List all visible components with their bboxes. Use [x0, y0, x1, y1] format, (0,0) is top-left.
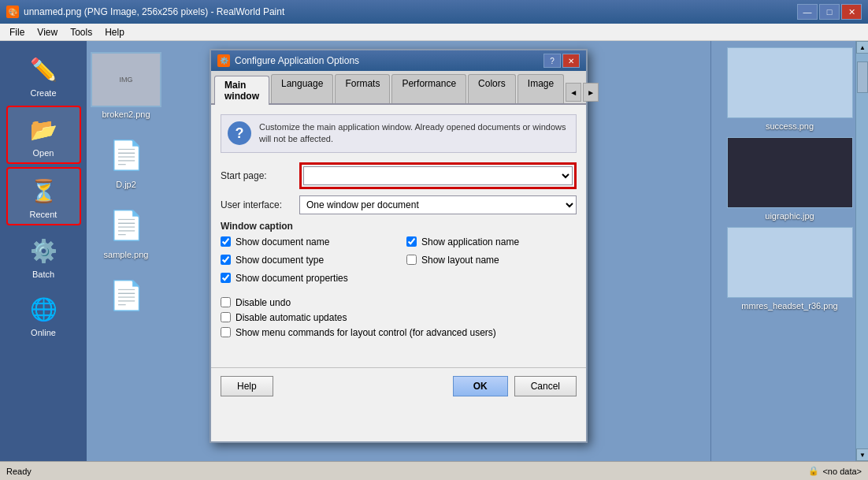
- dialog-title: Configure Application Options: [235, 55, 543, 66]
- checkbox-show-layout-name-label: Show layout name: [421, 255, 499, 266]
- menu-view[interactable]: View: [31, 25, 64, 39]
- scroll-up-button[interactable]: ▲: [856, 41, 868, 54]
- scroll-thumb[interactable]: [857, 61, 868, 93]
- sidebar-item-open[interactable]: 📂 Open: [6, 106, 81, 164]
- user-interface-row: User interface: One window per document: [221, 195, 577, 214]
- info-icon: ?: [228, 121, 251, 145]
- dialog-content: ? Customize the main application window.…: [211, 105, 586, 352]
- tab-main-window[interactable]: Main window: [214, 76, 269, 105]
- scrollbar: ▲ ▼: [855, 41, 868, 461]
- tab-performance[interactable]: Performance: [391, 74, 466, 103]
- checkbox-show-doc-type: Show document type: [221, 255, 391, 266]
- maximize-button[interactable]: □: [819, 4, 840, 20]
- checkbox-show-doc-name-input[interactable]: [221, 236, 231, 247]
- options-section: Disable undo Disable automatic updates S…: [221, 297, 577, 338]
- status-bar: Ready 🔒 <no data>: [0, 461, 868, 480]
- menu-help[interactable]: Help: [98, 25, 131, 39]
- tab-colors[interactable]: Colors: [468, 74, 516, 103]
- list-item[interactable]: mmres_headset_r36.png: [718, 227, 862, 311]
- tab-nav-prev[interactable]: ◄: [566, 83, 581, 102]
- checkbox-show-doc-name: Show document name: [221, 236, 391, 247]
- checkbox-show-doc-name-label: Show document name: [236, 236, 329, 247]
- dialog-title-bar: ⚙️ Configure Application Options ? ✕: [211, 50, 586, 71]
- minimize-button[interactable]: —: [797, 4, 818, 20]
- window-title: unnamed.png (PNG Image, 256x256 pixels) …: [24, 6, 797, 17]
- ok-button[interactable]: OK: [453, 376, 508, 396]
- checkbox-show-layout-name-input[interactable]: [406, 255, 417, 265]
- recent-icon: ⏳: [26, 173, 61, 208]
- menu-file[interactable]: File: [3, 25, 31, 39]
- scroll-down-button[interactable]: ▼: [856, 448, 868, 461]
- window-controls: — □ ✕: [797, 4, 862, 20]
- help-button[interactable]: Help: [221, 376, 273, 396]
- dialog-help-button[interactable]: ?: [543, 54, 561, 68]
- option-disable-updates-label: Disable automatic updates: [236, 312, 347, 323]
- configure-dialog: ⚙️ Configure Application Options ? ✕ Mai…: [210, 49, 588, 443]
- tab-formats[interactable]: Formats: [335, 74, 390, 103]
- checkbox-show-app-name-input[interactable]: [406, 236, 417, 247]
- list-item[interactable]: success.png: [718, 47, 862, 131]
- user-interface-select[interactable]: One window per document: [299, 195, 577, 214]
- create-icon: ✏️: [26, 52, 61, 87]
- option-show-menu-cmds: Show menu commands for layout control (f…: [221, 327, 577, 338]
- menu-tools[interactable]: Tools: [64, 25, 98, 39]
- sidebar-label-recent: Recent: [30, 210, 57, 219]
- sidebar-item-recent[interactable]: ⏳ Recent: [6, 167, 81, 225]
- option-disable-updates: Disable automatic updates: [221, 312, 577, 323]
- option-disable-undo: Disable undo: [221, 297, 577, 308]
- list-item[interactable]: uigraphic.jpg: [718, 137, 862, 221]
- start-page-highlight: [299, 162, 577, 189]
- open-icon: 📂: [26, 112, 61, 147]
- option-disable-undo-label: Disable undo: [236, 297, 291, 308]
- sidebar-item-create[interactable]: ✏️ Create: [6, 47, 81, 102]
- tab-nav-next[interactable]: ►: [583, 83, 599, 102]
- close-button[interactable]: ✕: [841, 4, 862, 20]
- sidebar-label-batch: Batch: [32, 270, 54, 279]
- checkbox-show-layout-name: Show layout name: [406, 255, 577, 266]
- checkbox-grid: Show document name Show application name…: [221, 236, 577, 288]
- start-page-row: Start page:: [221, 162, 577, 189]
- right-file-name: uigraphic.jpg: [765, 211, 814, 221]
- main-layout: ✏️ Create 📂 Open ⏳ Recent ⚙️ Batch 🌐 Onl…: [0, 41, 868, 461]
- info-text: Customize the main application window. A…: [259, 121, 569, 146]
- start-page-select[interactable]: [303, 166, 573, 185]
- sidebar-label-open: Open: [33, 148, 54, 158]
- status-info: 🔒 <no data>: [808, 466, 862, 476]
- sidebar-item-batch[interactable]: ⚙️ Batch: [6, 229, 81, 284]
- sidebar-label-create: Create: [30, 88, 56, 98]
- info-row: ? Customize the main application window.…: [221, 114, 577, 153]
- batch-icon: ⚙️: [26, 233, 61, 268]
- right-file-thumb-success: [727, 47, 853, 118]
- dialog-icon: ⚙️: [217, 54, 230, 67]
- no-data-text: <no data>: [822, 467, 862, 476]
- right-file-name: mmres_headset_r36.png: [741, 301, 837, 311]
- checkbox-show-doc-props-input[interactable]: [221, 273, 231, 283]
- title-bar: 🎨 unnamed.png (PNG Image, 256x256 pixels…: [0, 0, 868, 24]
- sidebar: ✏️ Create 📂 Open ⏳ Recent ⚙️ Batch 🌐 Onl…: [0, 41, 87, 461]
- no-data-icon: 🔒: [808, 466, 819, 476]
- tab-language[interactable]: Language: [271, 74, 333, 103]
- content-area: IMG broken2.png 📄 D.jp2 📄 sample.png 📄: [87, 41, 710, 461]
- dialog-tabs: Main window Language Formats Performance…: [211, 71, 586, 105]
- dialog-close-button[interactable]: ✕: [562, 54, 580, 68]
- menu-bar: File View Tools Help: [0, 24, 868, 41]
- dialog-overlay: ⚙️ Configure Application Options ? ✕ Mai…: [87, 41, 710, 461]
- checkbox-show-doc-type-input[interactable]: [221, 255, 231, 265]
- checkbox-show-app-name-label: Show application name: [421, 236, 519, 247]
- dialog-footer: Help OK Cancel: [211, 367, 586, 404]
- sidebar-item-online[interactable]: 🌐 Online: [6, 287, 81, 342]
- online-icon: 🌐: [26, 292, 61, 326]
- dialog-controls: ? ✕: [543, 54, 580, 68]
- option-disable-updates-input[interactable]: [221, 312, 231, 322]
- app-icon: 🎨: [6, 6, 19, 18]
- checkbox-show-doc-type-label: Show document type: [236, 255, 324, 266]
- option-show-menu-cmds-input[interactable]: [221, 327, 231, 337]
- dialog-action-buttons: OK Cancel: [453, 376, 577, 396]
- user-interface-dropdown-wrapper: One window per document: [299, 195, 577, 214]
- tab-image[interactable]: Image: [517, 74, 564, 103]
- option-disable-undo-input[interactable]: [221, 297, 231, 307]
- user-interface-label: User interface:: [221, 199, 299, 210]
- right-file-name: success.png: [766, 121, 814, 131]
- cancel-button[interactable]: Cancel: [514, 376, 577, 396]
- status-text: Ready: [6, 467, 32, 476]
